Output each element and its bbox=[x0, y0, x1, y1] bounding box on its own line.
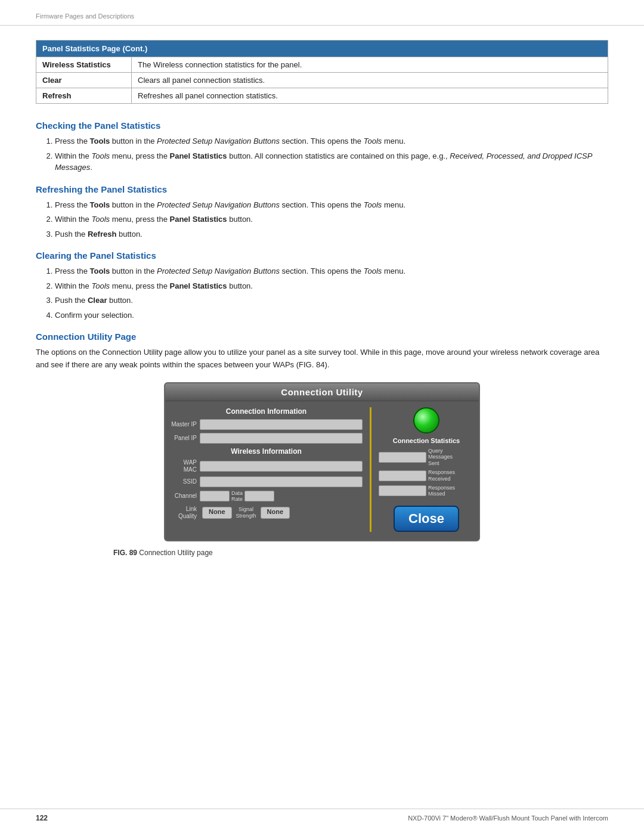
cu-wap-mac-label: WAPMAC bbox=[170, 459, 200, 473]
cu-channel-row: Channel DataRate bbox=[170, 490, 363, 503]
table-row: Clear Clears all panel connection statis… bbox=[36, 73, 608, 88]
page-header: Firmware Pages and Descriptions bbox=[0, 0, 644, 26]
cu-divider bbox=[370, 407, 371, 532]
cu-panel-ip-row: Panel IP bbox=[170, 433, 363, 444]
step-item: Press the Tools button in the Protected … bbox=[55, 265, 608, 277]
steps-list-refreshing: Press the Tools button in the Protected … bbox=[55, 199, 608, 240]
step-item: Within the Tools menu, press the Panel S… bbox=[55, 280, 608, 292]
main-content: Panel Statistics Page (Cont.) Wireless S… bbox=[0, 40, 644, 557]
figure-caption: FIG. 89 Connection Utility page bbox=[36, 549, 608, 557]
fig-description: Connection Utility page bbox=[139, 549, 212, 557]
step-item: Confirm your selection. bbox=[55, 309, 608, 321]
section-checking: Checking the Panel Statistics Press the … bbox=[36, 120, 608, 174]
row-label-refresh: Refresh bbox=[36, 88, 132, 104]
cu-responses-received-input[interactable] bbox=[379, 470, 426, 481]
cu-query-messages-row: QueryMessages Sent bbox=[379, 448, 474, 467]
table-header-row: Panel Statistics Page (Cont.) bbox=[36, 41, 608, 57]
cu-wireless-info-title: Wireless Information bbox=[170, 447, 363, 456]
cu-responses-received-row: ResponsesReceived bbox=[379, 469, 474, 482]
cu-channel-input[interactable] bbox=[200, 491, 230, 501]
cu-data-rate-input[interactable] bbox=[244, 491, 274, 501]
cu-description: The options on the Connection Utility pa… bbox=[36, 346, 608, 371]
cu-panel-title: Connection Utility bbox=[165, 383, 479, 401]
cu-link-quality-row: LinkQuality None SignalStrength None bbox=[170, 506, 363, 520]
step-item: Push the Clear button. bbox=[55, 295, 608, 306]
cu-responses-received-label: ResponsesReceived bbox=[428, 469, 464, 482]
cu-right-section: Connection Statistics QueryMessages Sent… bbox=[379, 407, 474, 532]
section-heading-checking: Checking the Panel Statistics bbox=[36, 120, 608, 131]
cu-channel-label: Channel bbox=[170, 493, 200, 500]
cu-master-ip-input[interactable] bbox=[200, 419, 363, 430]
cu-wireless-section: Wireless Information WAPMAC SSID Channel bbox=[170, 447, 363, 521]
table-title: Panel Statistics Page (Cont.) bbox=[36, 41, 608, 57]
cu-link-quality-label: LinkQuality bbox=[170, 506, 200, 520]
panel-statistics-table: Panel Statistics Page (Cont.) Wireless S… bbox=[36, 40, 608, 104]
step-item: Press the Tools button in the Protected … bbox=[55, 135, 608, 147]
steps-list-checking: Press the Tools button in the Protected … bbox=[55, 135, 608, 174]
row-desc-clear: Clears all panel connection statistics. bbox=[132, 73, 608, 88]
cu-query-messages-input[interactable] bbox=[379, 452, 426, 463]
section-refreshing: Refreshing the Panel Statistics Press th… bbox=[36, 184, 608, 240]
cu-ssid-row: SSID bbox=[170, 476, 363, 487]
cu-responses-missed-row: ResponsesMissed bbox=[379, 485, 474, 498]
step-item: Within the Tools menu, press the Panel S… bbox=[55, 213, 608, 225]
section-connection-utility: Connection Utility Page The options on t… bbox=[36, 332, 608, 557]
connection-utility-panel: Connection Utility Connection Informatio… bbox=[164, 382, 480, 542]
step-item: Within the Tools menu, press the Panel S… bbox=[55, 150, 608, 174]
section-heading-refreshing: Refreshing the Panel Statistics bbox=[36, 184, 608, 194]
cu-panel-body: Connection Information Master IP Panel I… bbox=[165, 401, 479, 535]
connection-status-indicator bbox=[413, 407, 439, 433]
cu-master-ip-label: Master IP bbox=[170, 421, 200, 428]
breadcrumb: Firmware Pages and Descriptions bbox=[36, 13, 134, 20]
cu-responses-missed-input[interactable] bbox=[379, 485, 426, 496]
cu-signal-strength-value: None bbox=[261, 507, 290, 519]
row-label-clear: Clear bbox=[36, 73, 132, 88]
step-item: Push the Refresh button. bbox=[55, 228, 608, 240]
section-heading-cu: Connection Utility Page bbox=[36, 332, 608, 342]
cu-ssid-input[interactable] bbox=[200, 476, 363, 487]
cu-wap-mac-input[interactable] bbox=[200, 461, 363, 472]
cu-ssid-label: SSID bbox=[170, 478, 200, 485]
page-footer: 122 NXD-700Vi 7" Modero® Wall/Flush Moun… bbox=[0, 809, 644, 822]
fig-number: FIG. 89 bbox=[113, 549, 137, 557]
cu-master-ip-row: Master IP bbox=[170, 419, 363, 430]
section-heading-clearing: Clearing the Panel Statistics bbox=[36, 250, 608, 261]
cu-panel-ip-input[interactable] bbox=[200, 433, 363, 444]
cu-wap-mac-row: WAPMAC bbox=[170, 459, 363, 473]
table-row: Refresh Refreshes all panel connection s… bbox=[36, 88, 608, 104]
footer-doc-title: NXD-700Vi 7" Modero® Wall/Flush Mount To… bbox=[408, 815, 608, 822]
row-label-wireless: Wireless Statistics bbox=[36, 57, 132, 73]
cu-stats-title: Connection Statistics bbox=[393, 437, 460, 444]
cu-query-messages-label: QueryMessages Sent bbox=[428, 448, 464, 467]
cu-data-rate-label: DataRate bbox=[231, 490, 243, 503]
cu-panel-ip-label: Panel IP bbox=[170, 435, 200, 442]
cu-link-quality-value: None bbox=[202, 507, 232, 519]
footer-page-number: 122 bbox=[36, 814, 48, 822]
cu-close-button[interactable]: Close bbox=[394, 506, 459, 532]
row-desc-refresh: Refreshes all panel connection statistic… bbox=[132, 88, 608, 104]
row-desc-wireless: The Wireless connection statistics for t… bbox=[132, 57, 608, 73]
section-clearing: Clearing the Panel Statistics Press the … bbox=[36, 250, 608, 321]
step-item: Press the Tools button in the Protected … bbox=[55, 199, 608, 211]
steps-list-clearing: Press the Tools button in the Protected … bbox=[55, 265, 608, 321]
cu-conn-info-title: Connection Information bbox=[170, 407, 363, 416]
cu-signal-strength-label: SignalStrength bbox=[236, 506, 256, 519]
cu-responses-missed-label: ResponsesMissed bbox=[428, 485, 464, 498]
cu-left-section: Connection Information Master IP Panel I… bbox=[170, 407, 363, 532]
table-row: Wireless Statistics The Wireless connect… bbox=[36, 57, 608, 73]
